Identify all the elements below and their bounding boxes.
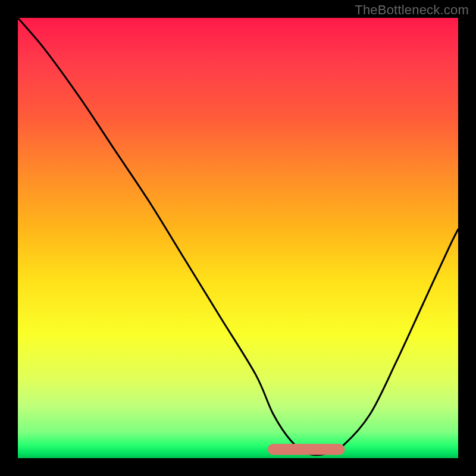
bottleneck-curve bbox=[18, 18, 458, 455]
chart-frame: TheBottleneck.com bbox=[0, 0, 476, 476]
curve-layer bbox=[18, 18, 458, 458]
watermark-text: TheBottleneck.com bbox=[355, 2, 469, 18]
plot-area bbox=[18, 18, 458, 458]
